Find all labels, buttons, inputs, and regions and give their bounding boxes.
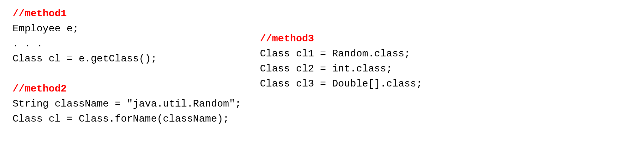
code-line: Class cl1 = Random.class; — [260, 46, 422, 61]
code-line: Class cl3 = Double[].class; — [260, 76, 422, 91]
method2-comment: //method2 — [13, 81, 241, 97]
code-line: String className = "java.util.Random"; — [13, 97, 241, 112]
code-line: Employee e; — [13, 21, 241, 36]
code-line: Class cl = e.getClass(); — [13, 51, 241, 66]
code-line: . . . — [13, 36, 241, 51]
method3-comment: //method3 — [260, 31, 422, 46]
right-code-column: //method3 Class cl1 = Random.class; Clas… — [260, 6, 422, 91]
code-line: Class cl = Class.forName(className); — [13, 112, 241, 127]
left-code-column: //method1 Employee e; . . . Class cl = e… — [13, 6, 241, 127]
code-line: Class cl2 = int.class; — [260, 61, 422, 76]
method1-comment: //method1 — [13, 6, 241, 21]
blank-line — [13, 66, 241, 81]
